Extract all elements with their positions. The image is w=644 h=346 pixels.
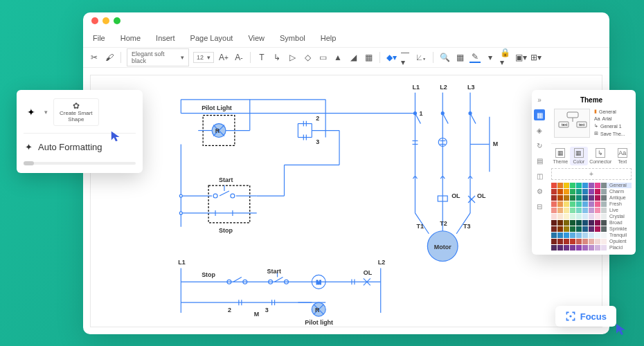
menu-symbol[interactable]: Symbol xyxy=(280,34,305,42)
svg-text:M: M xyxy=(493,140,498,147)
shape-icon[interactable]: ◇ xyxy=(302,52,313,63)
font-decrease-icon[interactable]: A- xyxy=(233,52,244,63)
group-icon[interactable]: ⊞▾ xyxy=(530,52,542,63)
fill-icon[interactable]: ◆▾ xyxy=(386,52,397,63)
toolbar: ✂ 🖌 Elegant soft black▾ 12▾ A+ A- T ↳ ▷ … xyxy=(83,47,609,68)
svg-text:Start: Start xyxy=(267,268,281,275)
chart-icon[interactable]: ◢ xyxy=(348,52,359,63)
grid-icon[interactable]: ▦ xyxy=(454,52,465,63)
svg-text:OL: OL xyxy=(451,192,460,199)
svg-point-49 xyxy=(213,194,217,198)
menu-help[interactable]: Help xyxy=(321,34,337,42)
flower-icon: ✿ xyxy=(73,102,80,110)
palette-row[interactable]: Sprinkle xyxy=(551,226,632,232)
theme-title: Theme xyxy=(551,94,632,106)
svg-line-69 xyxy=(233,277,242,282)
rail-collapse-icon[interactable]: » xyxy=(534,94,545,105)
theme-opt-general[interactable]: ▮General xyxy=(594,109,629,114)
add-palette-button[interactable]: + xyxy=(551,168,632,180)
circuit-diagram: M Pilot Light R 2 3 Start Stop L1 L2 L3 … xyxy=(91,75,602,327)
focus-button[interactable]: Focus xyxy=(555,306,616,327)
font-select[interactable]: Elegant soft black▾ xyxy=(127,48,189,66)
ai-sparkle-icon[interactable]: ✦ xyxy=(24,104,39,120)
palette-row[interactable]: General xyxy=(551,183,632,188)
minimize-dot[interactable] xyxy=(102,17,109,24)
close-dot[interactable] xyxy=(91,17,98,24)
rail-page-icon[interactable]: ▤ xyxy=(534,155,545,166)
palette-row[interactable]: Crystal xyxy=(551,214,632,219)
search-icon[interactable]: 🔍 xyxy=(439,52,450,63)
palette-row[interactable]: Placid xyxy=(551,245,632,251)
menu-view[interactable]: View xyxy=(248,34,265,42)
menu-file[interactable]: File xyxy=(93,34,105,42)
tab-color[interactable]: ▦Color xyxy=(570,147,589,165)
theme-panel: » ▦ ◈ ↻ ▤ ◫ ⚙ ⊟ Theme texttext ▮General … xyxy=(532,90,636,255)
svg-rect-119 xyxy=(567,112,578,118)
canvas[interactable]: M Pilot Light R 2 3 Start Stop L1 L2 L3 … xyxy=(90,75,602,327)
theme-opt-save[interactable]: ⊞Save The... xyxy=(594,131,629,136)
rect-icon[interactable]: ▭ xyxy=(317,52,328,63)
svg-text:Stop: Stop xyxy=(202,271,215,278)
rail-history-icon[interactable]: ↻ xyxy=(534,140,545,151)
svg-text:3: 3 xyxy=(265,307,269,313)
theme-thumbnail[interactable]: texttext xyxy=(554,109,590,138)
sparkle-icon: ✦ xyxy=(25,142,33,152)
more1-icon[interactable]: ▾ xyxy=(485,52,496,63)
rail-settings-icon[interactable]: ⚙ xyxy=(534,185,545,197)
menu-insert[interactable]: Insert xyxy=(156,34,175,42)
menu-home[interactable]: Home xyxy=(120,34,141,42)
rail-theme-icon[interactable]: ▦ xyxy=(534,109,545,120)
svg-text:OL: OL xyxy=(364,269,373,276)
crop-icon[interactable]: ⟀▾ xyxy=(416,52,427,63)
maximize-dot[interactable] xyxy=(114,17,120,24)
svg-text:Pilot light: Pilot light xyxy=(305,319,333,326)
create-smart-shape-button[interactable]: ✿ Create Smart Shape xyxy=(53,98,99,126)
rail-help-icon[interactable]: ⊟ xyxy=(534,201,545,212)
cut-icon[interactable]: ✂ xyxy=(89,52,100,63)
palette-row[interactable]: Fresh xyxy=(551,201,632,207)
palette-row[interactable]: Broad xyxy=(551,220,632,226)
menubar: File Home Insert Page Layout View Symbol… xyxy=(83,29,609,47)
layers-icon[interactable]: ▣▾ xyxy=(515,52,526,63)
svg-text:R: R xyxy=(315,307,320,313)
text-icon[interactable]: T xyxy=(256,52,267,63)
palette-row[interactable]: Live xyxy=(551,208,632,213)
svg-text:M: M xyxy=(316,279,321,286)
palette-list: GeneralCharmAntiqueFreshLiveCrystalBroad… xyxy=(551,183,632,251)
palette-row[interactable]: Antique xyxy=(551,195,632,201)
tab-theme[interactable]: ▦Theme xyxy=(551,147,570,165)
palette-row[interactable]: Tranquil xyxy=(551,233,632,238)
svg-point-125 xyxy=(569,315,571,317)
rail-comment-icon[interactable]: ◫ xyxy=(534,170,545,181)
size-select[interactable]: 12▾ xyxy=(193,52,214,63)
pencil-icon[interactable]: ✎ xyxy=(469,52,481,63)
theme-opt-arial[interactable]: AaArial xyxy=(594,116,629,121)
svg-text:L2: L2 xyxy=(440,84,447,91)
connector-icon[interactable]: ↳ xyxy=(271,52,283,63)
image-icon[interactable]: ▲ xyxy=(332,52,343,63)
brush-icon[interactable]: 🖌 xyxy=(104,52,115,63)
svg-text:text: text xyxy=(562,122,568,127)
lock-icon[interactable]: 🔒▾ xyxy=(500,52,511,63)
menu-page-layout[interactable]: Page Layout xyxy=(190,34,233,42)
svg-text:3: 3 xyxy=(316,138,319,145)
rail-layers-icon[interactable]: ◈ xyxy=(534,125,545,136)
svg-text:1: 1 xyxy=(419,110,422,117)
svg-text:Motor: Motor xyxy=(434,244,451,251)
tab-connector[interactable]: ↳Connector xyxy=(588,147,613,165)
svg-text:L3: L3 xyxy=(467,84,474,91)
line-icon[interactable]: —▾ xyxy=(401,52,412,63)
table-icon[interactable]: ▦ xyxy=(363,52,374,63)
svg-line-13 xyxy=(442,113,448,124)
pointer-icon[interactable]: ▷ xyxy=(287,52,298,63)
palette-row[interactable]: Opulent xyxy=(551,239,632,244)
theme-opt-general1[interactable]: ↳General 1 xyxy=(594,123,629,129)
svg-line-50 xyxy=(220,191,229,196)
font-increase-icon[interactable]: A+ xyxy=(218,52,229,63)
side-icon-rail: » ▦ ◈ ↻ ▤ ◫ ⚙ ⊟ xyxy=(532,90,547,216)
slider[interactable] xyxy=(24,162,136,165)
ai-popup: ✦ ▾ ✿ Create Smart Shape ✦ Auto Formatti… xyxy=(17,90,143,173)
tab-text[interactable]: AaText xyxy=(613,147,632,165)
svg-text:T3: T3 xyxy=(463,223,470,230)
palette-row[interactable]: Charm xyxy=(551,189,632,194)
